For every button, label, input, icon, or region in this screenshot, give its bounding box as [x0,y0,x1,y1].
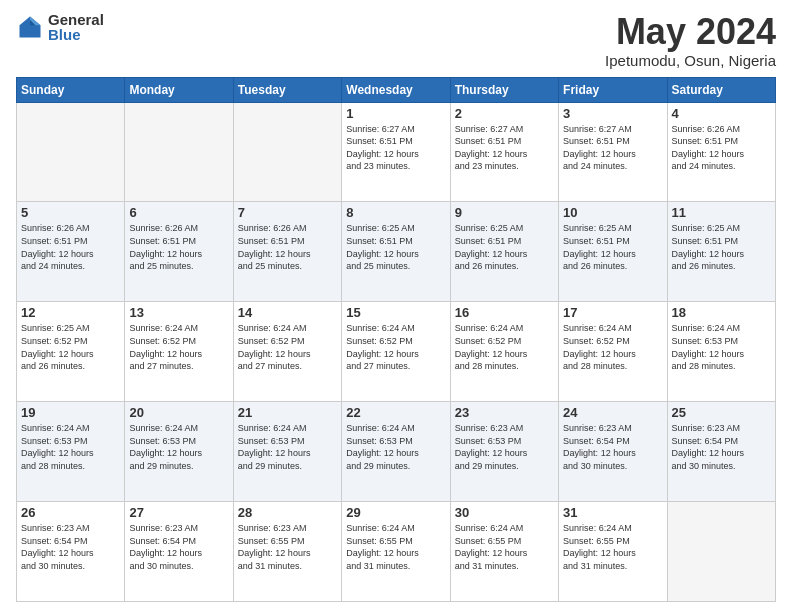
day-number: 16 [455,305,554,320]
table-row: 14Sunrise: 6:24 AM Sunset: 6:52 PM Dayli… [233,302,341,402]
day-number: 23 [455,405,554,420]
day-info: Sunrise: 6:24 AM Sunset: 6:52 PM Dayligh… [455,322,554,372]
title-block: May 2024 Ipetumodu, Osun, Nigeria [605,12,776,69]
day-number: 1 [346,106,445,121]
day-info: Sunrise: 6:25 AM Sunset: 6:51 PM Dayligh… [455,222,554,272]
day-number: 7 [238,205,337,220]
day-info: Sunrise: 6:25 AM Sunset: 6:51 PM Dayligh… [346,222,445,272]
table-row: 26Sunrise: 6:23 AM Sunset: 6:54 PM Dayli… [17,502,125,602]
day-info: Sunrise: 6:26 AM Sunset: 6:51 PM Dayligh… [672,123,771,173]
table-row: 19Sunrise: 6:24 AM Sunset: 6:53 PM Dayli… [17,402,125,502]
day-number: 29 [346,505,445,520]
day-info: Sunrise: 6:27 AM Sunset: 6:51 PM Dayligh… [346,123,445,173]
day-number: 18 [672,305,771,320]
day-info: Sunrise: 6:24 AM Sunset: 6:53 PM Dayligh… [129,422,228,472]
table-row: 16Sunrise: 6:24 AM Sunset: 6:52 PM Dayli… [450,302,558,402]
table-row: 21Sunrise: 6:24 AM Sunset: 6:53 PM Dayli… [233,402,341,502]
day-number: 27 [129,505,228,520]
day-info: Sunrise: 6:25 AM Sunset: 6:51 PM Dayligh… [672,222,771,272]
day-info: Sunrise: 6:23 AM Sunset: 6:54 PM Dayligh… [672,422,771,472]
table-row: 9Sunrise: 6:25 AM Sunset: 6:51 PM Daylig… [450,202,558,302]
calendar-header-row: Sunday Monday Tuesday Wednesday Thursday… [17,77,776,102]
table-row [17,102,125,202]
day-number: 3 [563,106,662,121]
day-number: 8 [346,205,445,220]
table-row: 30Sunrise: 6:24 AM Sunset: 6:55 PM Dayli… [450,502,558,602]
table-row: 20Sunrise: 6:24 AM Sunset: 6:53 PM Dayli… [125,402,233,502]
table-row: 25Sunrise: 6:23 AM Sunset: 6:54 PM Dayli… [667,402,775,502]
col-thursday: Thursday [450,77,558,102]
logo-general: General [48,12,104,27]
day-info: Sunrise: 6:24 AM Sunset: 6:52 PM Dayligh… [346,322,445,372]
day-number: 30 [455,505,554,520]
day-info: Sunrise: 6:25 AM Sunset: 6:52 PM Dayligh… [21,322,120,372]
day-number: 15 [346,305,445,320]
table-row: 17Sunrise: 6:24 AM Sunset: 6:52 PM Dayli… [559,302,667,402]
day-info: Sunrise: 6:24 AM Sunset: 6:53 PM Dayligh… [238,422,337,472]
table-row: 7Sunrise: 6:26 AM Sunset: 6:51 PM Daylig… [233,202,341,302]
subtitle: Ipetumodu, Osun, Nigeria [605,52,776,69]
day-info: Sunrise: 6:24 AM Sunset: 6:52 PM Dayligh… [238,322,337,372]
day-info: Sunrise: 6:23 AM Sunset: 6:54 PM Dayligh… [563,422,662,472]
table-row: 27Sunrise: 6:23 AM Sunset: 6:54 PM Dayli… [125,502,233,602]
col-wednesday: Wednesday [342,77,450,102]
day-number: 24 [563,405,662,420]
day-info: Sunrise: 6:23 AM Sunset: 6:55 PM Dayligh… [238,522,337,572]
day-info: Sunrise: 6:27 AM Sunset: 6:51 PM Dayligh… [563,123,662,173]
main-title: May 2024 [605,12,776,52]
col-monday: Monday [125,77,233,102]
calendar-table: Sunday Monday Tuesday Wednesday Thursday… [16,77,776,602]
day-number: 26 [21,505,120,520]
day-info: Sunrise: 6:23 AM Sunset: 6:54 PM Dayligh… [129,522,228,572]
page-header: General Blue May 2024 Ipetumodu, Osun, N… [16,12,776,69]
table-row [125,102,233,202]
col-saturday: Saturday [667,77,775,102]
day-number: 10 [563,205,662,220]
calendar-week-row: 19Sunrise: 6:24 AM Sunset: 6:53 PM Dayli… [17,402,776,502]
day-info: Sunrise: 6:24 AM Sunset: 6:53 PM Dayligh… [346,422,445,472]
logo-blue: Blue [48,27,104,42]
table-row: 12Sunrise: 6:25 AM Sunset: 6:52 PM Dayli… [17,302,125,402]
table-row: 1Sunrise: 6:27 AM Sunset: 6:51 PM Daylig… [342,102,450,202]
col-friday: Friday [559,77,667,102]
day-number: 12 [21,305,120,320]
table-row [233,102,341,202]
day-number: 31 [563,505,662,520]
day-info: Sunrise: 6:23 AM Sunset: 6:54 PM Dayligh… [21,522,120,572]
table-row: 8Sunrise: 6:25 AM Sunset: 6:51 PM Daylig… [342,202,450,302]
table-row: 3Sunrise: 6:27 AM Sunset: 6:51 PM Daylig… [559,102,667,202]
table-row: 13Sunrise: 6:24 AM Sunset: 6:52 PM Dayli… [125,302,233,402]
day-number: 22 [346,405,445,420]
day-number: 20 [129,405,228,420]
day-number: 25 [672,405,771,420]
day-info: Sunrise: 6:24 AM Sunset: 6:52 PM Dayligh… [129,322,228,372]
day-number: 5 [21,205,120,220]
day-info: Sunrise: 6:25 AM Sunset: 6:51 PM Dayligh… [563,222,662,272]
table-row [667,502,775,602]
table-row: 4Sunrise: 6:26 AM Sunset: 6:51 PM Daylig… [667,102,775,202]
calendar-week-row: 26Sunrise: 6:23 AM Sunset: 6:54 PM Dayli… [17,502,776,602]
logo-text: General Blue [48,12,104,42]
day-info: Sunrise: 6:24 AM Sunset: 6:55 PM Dayligh… [346,522,445,572]
col-tuesday: Tuesday [233,77,341,102]
table-row: 5Sunrise: 6:26 AM Sunset: 6:51 PM Daylig… [17,202,125,302]
table-row: 18Sunrise: 6:24 AM Sunset: 6:53 PM Dayli… [667,302,775,402]
day-number: 13 [129,305,228,320]
table-row: 23Sunrise: 6:23 AM Sunset: 6:53 PM Dayli… [450,402,558,502]
calendar-week-row: 1Sunrise: 6:27 AM Sunset: 6:51 PM Daylig… [17,102,776,202]
day-number: 11 [672,205,771,220]
calendar-week-row: 12Sunrise: 6:25 AM Sunset: 6:52 PM Dayli… [17,302,776,402]
day-number: 14 [238,305,337,320]
table-row: 11Sunrise: 6:25 AM Sunset: 6:51 PM Dayli… [667,202,775,302]
table-row: 28Sunrise: 6:23 AM Sunset: 6:55 PM Dayli… [233,502,341,602]
col-sunday: Sunday [17,77,125,102]
day-info: Sunrise: 6:24 AM Sunset: 6:53 PM Dayligh… [672,322,771,372]
day-number: 19 [21,405,120,420]
day-info: Sunrise: 6:24 AM Sunset: 6:55 PM Dayligh… [563,522,662,572]
table-row: 29Sunrise: 6:24 AM Sunset: 6:55 PM Dayli… [342,502,450,602]
day-number: 2 [455,106,554,121]
day-info: Sunrise: 6:26 AM Sunset: 6:51 PM Dayligh… [129,222,228,272]
table-row: 31Sunrise: 6:24 AM Sunset: 6:55 PM Dayli… [559,502,667,602]
logo: General Blue [16,12,104,42]
table-row: 6Sunrise: 6:26 AM Sunset: 6:51 PM Daylig… [125,202,233,302]
